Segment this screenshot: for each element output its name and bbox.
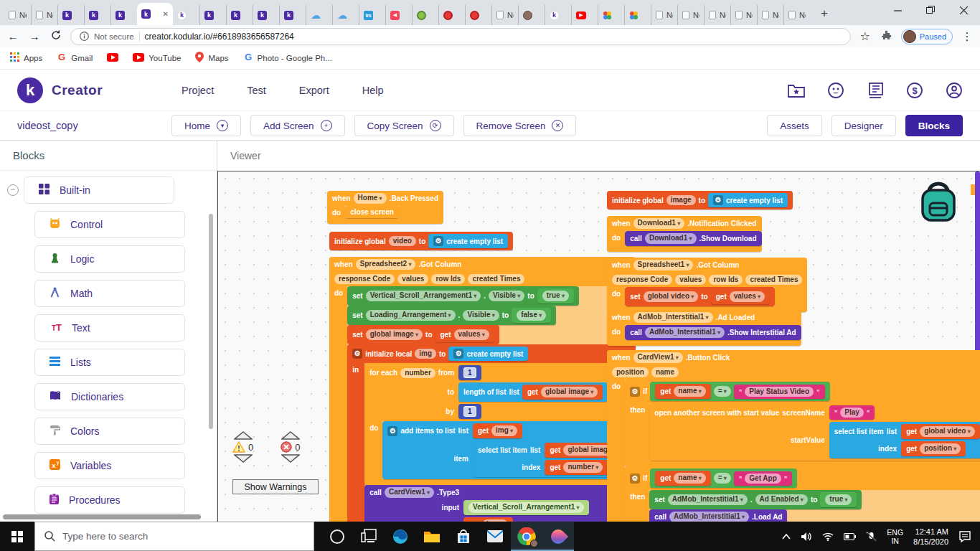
monetization-icon[interactable]: $	[906, 82, 923, 99]
block-dropdown[interactable]: true	[542, 291, 569, 301]
block[interactable]: ⚙add items to listlistgetimgitemselect l…	[382, 421, 635, 479]
block[interactable]: getvalues	[435, 327, 494, 342]
news-icon[interactable]	[867, 83, 884, 98]
block-dropdown[interactable]: CardView1	[633, 352, 683, 363]
mutator-gear-icon[interactable]: ⚙	[630, 387, 640, 397]
browser-tab[interactable]: New	[677, 5, 704, 25]
address-bar[interactable]: Not secure creator.kodular.io/#661898365…	[70, 28, 851, 45]
bookmark-item[interactable]: GGmail	[57, 52, 93, 65]
block[interactable]: ⚙create empty list	[428, 234, 508, 248]
block[interactable]: ⚙initialize localimgto⚙create empty list…	[347, 344, 636, 522]
block[interactable]: getglobal image	[522, 385, 603, 400]
my-projects-icon[interactable]	[788, 83, 805, 98]
mutator-gear-icon[interactable]: ⚙	[630, 474, 640, 484]
browser-tab[interactable]: k✕	[137, 3, 173, 25]
block[interactable]: callCardView1.Type3inputVertical_Scroll_…	[364, 485, 623, 522]
mutator-gear-icon[interactable]: ⚙	[433, 236, 443, 246]
block[interactable]: whenCardView1.Button Clickpositionnamedo…	[607, 350, 980, 522]
kodular-logo[interactable]: k	[17, 77, 43, 103]
block[interactable]: getglobal video	[901, 424, 980, 439]
block[interactable]: ”Play”	[829, 405, 875, 420]
blocks-canvas[interactable]: 0 0 Show Warnings	[217, 171, 980, 522]
block-dropdown[interactable]: name	[674, 386, 705, 397]
battery-icon[interactable]	[844, 532, 856, 541]
block[interactable]: setglobal videotogetvalues	[625, 287, 775, 306]
task-view-icon[interactable]	[353, 522, 385, 551]
tray-expand-icon[interactable]	[782, 534, 791, 540]
browser-tab[interactable]: k	[57, 5, 84, 25]
block-dropdown[interactable]: Spreadsheet2	[356, 259, 416, 270]
browser-tab[interactable]: New	[730, 5, 757, 25]
browser-tab[interactable]: k	[110, 5, 137, 25]
block[interactable]: 1	[458, 365, 481, 380]
block-dropdown[interactable]: Home	[354, 193, 387, 204]
menu-help[interactable]: Help	[362, 85, 384, 96]
block[interactable]: setAdMob_Interstitial1.Ad Enabledtotrue	[649, 490, 862, 509]
bookmark-item[interactable]: YouTube	[133, 52, 181, 65]
block[interactable]: true	[820, 492, 857, 507]
community-icon[interactable]	[827, 82, 844, 99]
block-dropdown[interactable]: img	[491, 425, 517, 436]
new-tab-button[interactable]: +	[814, 4, 834, 24]
block[interactable]: getposition	[901, 441, 966, 456]
block[interactable]: close screen	[345, 206, 399, 218]
browser-tab[interactable]: k	[84, 5, 110, 25]
number-field[interactable]: 1	[463, 406, 476, 417]
home-button[interactable]: Home▾	[171, 115, 241, 136]
palette-item-control[interactable]: Control	[34, 211, 185, 238]
browser-tab[interactable]	[438, 5, 465, 25]
browser-tab[interactable]	[598, 5, 624, 25]
browser-tab[interactable]: ☁	[306, 5, 332, 25]
block[interactable]: for eachnumberfrom1tolength of listlistg…	[364, 363, 636, 485]
notification-center-icon[interactable]	[958, 531, 971, 542]
view-designer-button[interactable]: Designer	[831, 115, 896, 136]
block[interactable]: select list itemlistgetglobal videoindex…	[829, 422, 980, 458]
block-dropdown[interactable]: false	[517, 310, 546, 321]
view-blocks-button[interactable]: Blocks	[905, 115, 963, 136]
block[interactable]: whenAdMob_Interstitial1.Ad LoadeddocallA…	[607, 310, 801, 346]
block-dropdown[interactable]: Download1	[645, 233, 697, 244]
palette-item-logic[interactable]: Logic	[34, 245, 185, 273]
taskbar-search[interactable]: Type here to search	[34, 522, 314, 551]
mutator-gear-icon[interactable]: ⚙	[387, 426, 397, 436]
browser-tab[interactable]: New	[4, 5, 31, 25]
block[interactable]: setLoading_Arrangement.Visibletofalse	[347, 306, 556, 325]
block[interactable]: Vertical_Scroll_Arrangement1	[463, 500, 589, 515]
block[interactable]: callAdMob_Interstitial1.Load Ad	[649, 509, 787, 522]
block[interactable]: length of listlistgetglobal image	[458, 382, 608, 402]
palette-item-math[interactable]: Math	[34, 280, 185, 307]
block-dropdown[interactable]: Vertical_Scroll_Arrangement1	[468, 502, 584, 513]
browser-tab[interactable]: ◀	[385, 5, 412, 25]
block[interactable]: whenDownload1.Notification Clickeddocall…	[607, 216, 762, 252]
block[interactable]: ⚙create empty list	[448, 347, 528, 361]
palette-item-lists[interactable]: Lists	[34, 349, 185, 376]
block-dropdown[interactable]: AdMob_Interstitial1	[633, 312, 713, 323]
info-icon[interactable]	[80, 32, 89, 41]
block-dropdown[interactable]: true	[825, 494, 852, 505]
block[interactable]: whenSpreadsheet1.Got Columnresponse Code…	[607, 258, 807, 312]
browser-tab[interactable]: k	[199, 5, 226, 25]
block-dropdown[interactable]: global image	[541, 387, 598, 397]
block[interactable]: initialize globalvideoto⚙create empty li…	[329, 232, 513, 250]
block[interactable]: ”Get App”	[734, 471, 793, 486]
mutator-gear-icon[interactable]: ⚙	[453, 349, 463, 359]
block[interactable]: ⚙ifgetname=”Get App”thensetAdMob_Interst…	[625, 466, 980, 522]
sidebar-vertical-scrollbar[interactable]	[209, 214, 213, 429]
copy-screen-button[interactable]: Copy Screen⟳	[354, 115, 454, 136]
add-screen-button[interactable]: Add Screen+	[250, 115, 345, 136]
block-dropdown[interactable]: number	[563, 462, 603, 473]
browser-tab[interactable]	[465, 5, 491, 25]
error-down-arrow[interactable]	[281, 454, 300, 463]
browser-tab[interactable]	[624, 5, 651, 25]
edge-icon[interactable]	[385, 522, 416, 551]
collapse-icon[interactable]: −	[7, 184, 19, 196]
sidebar-horizontal-scrollbar[interactable]	[3, 514, 201, 519]
block[interactable]: callDownload1.Show Download	[625, 231, 761, 246]
backpack-icon[interactable]	[918, 182, 959, 227]
tab-close-icon[interactable]: ✕	[163, 11, 169, 18]
block-dropdown[interactable]: Visible	[463, 310, 499, 321]
browser-tab[interactable]: k	[226, 5, 253, 25]
block[interactable]: getname=”Get App”	[650, 468, 797, 488]
browser-menu-icon[interactable]: ⋮	[960, 30, 974, 43]
profile-paused-pill[interactable]: Paused	[901, 29, 953, 44]
